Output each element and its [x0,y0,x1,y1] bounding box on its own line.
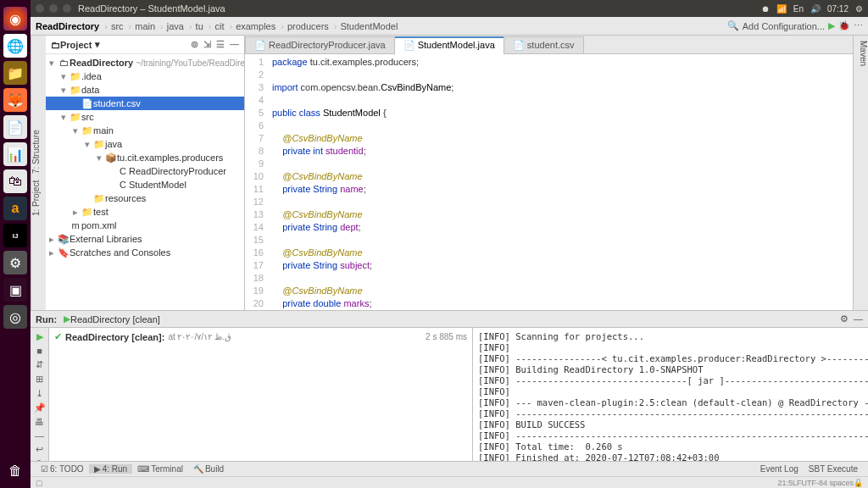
indent[interactable]: 4 spaces [823,479,854,487]
rerun-icon[interactable]: ▶ [36,331,43,342]
breadcrumb-src[interactable]: src [111,21,124,31]
window-titlebar: ReadDirectory – StudentModel.java ⏺ 📶 En… [31,0,868,17]
run-config-name[interactable]: ReadDirectory [clean] [70,314,160,324]
add-config-button[interactable]: Add Configuration... [743,21,825,31]
breadcrumb-cit[interactable]: cit [214,21,224,31]
run-timing: 2 s 885 ms [426,332,467,341]
maximize-icon[interactable] [63,4,71,13]
status-tab-Build[interactable]: 🔨 Build [188,464,229,474]
status-tab-Terminal[interactable]: ⌨ Terminal [132,464,188,474]
project-tree[interactable]: ▾🗀ReadDirectory ~/training/YouTube/ReadD… [46,54,244,310]
filter-icon[interactable]: ⇵ [36,359,43,370]
run-settings-icon[interactable]: ⚙ [840,313,849,324]
navigation-bar: ReadDirectory›src›main›java›tu›cit›examp… [31,17,868,36]
lock-icon[interactable]: 🔓 [854,479,863,487]
calc-icon[interactable]: 📊 [3,142,27,166]
breadcrumb-producers[interactable]: producers [287,21,329,31]
tree-node-src[interactable]: ▾📁src [46,110,244,124]
project-root[interactable]: ▾🗀ReadDirectory ~/training/YouTube/ReadD… [46,56,244,69]
clock[interactable]: 07:12 [827,4,849,14]
tab-student-csv[interactable]: 📄 student.csv [504,36,584,53]
run-results-tree[interactable]: ✔ ReadDirectory [clean]: at ۲۰۲۰/۷/۱۲ ق.… [49,328,473,461]
tab-StudentModel-java[interactable]: 📄 StudentModel.java [394,36,504,53]
amazon-icon[interactable]: a [3,197,27,220]
tree-node--idea[interactable]: ▾📁.idea [46,69,244,83]
tree-extra-External-Libraries[interactable]: ▸📚External Libraries [46,232,244,246]
hide-run-icon[interactable]: — [854,313,863,324]
files-icon[interactable]: 📁 [3,61,27,85]
language-indicator[interactable]: En [793,4,804,14]
scrollto-icon[interactable]: ⤓ [36,388,43,399]
status-tab-4-Run[interactable]: ▶ 4: Run [89,464,132,474]
run-icon[interactable]: ▶ [828,20,835,31]
debug-icon[interactable]: 🐞 [838,20,850,31]
tab-ReadDirectoryProducer-java[interactable]: 📄 ReadDirectoryProducer.java [245,36,395,53]
software-icon[interactable]: 🛍 [3,169,27,193]
gear-icon[interactable]: ⚙ [855,4,863,14]
tree-node-tu-cit-examples-producers[interactable]: ▾📦tu.cit.examples.producers [46,151,244,164]
print-icon[interactable]: 🖶 [35,417,44,427]
sbt-execute-button[interactable]: SBT Execute [804,464,863,474]
encoding[interactable]: UTF-8 [801,479,823,487]
left-tool-strip[interactable]: 1: Project 7: Structure [31,36,46,310]
writer-icon[interactable]: 📄 [3,115,27,139]
breadcrumb-ReadDirectory[interactable]: ReadDirectory [36,21,99,31]
settings-icon[interactable]: ⚙ [3,251,27,274]
tree-node-resources[interactable]: 📁resources [46,191,244,205]
line-separator[interactable]: LF [793,479,802,487]
tool-maven[interactable]: Maven [854,41,868,66]
editor-tabs: 📄 ReadDirectoryProducer.java📄 StudentMod… [245,36,853,54]
target-icon[interactable]: ⊚ [191,39,198,50]
divider: — [35,430,44,441]
minimize-icon[interactable] [49,4,58,13]
dash-icon[interactable]: ◉ [3,7,27,30]
status-tab-6-TODO[interactable]: ☑ 6: TODO [36,464,89,474]
tree-node-java[interactable]: ▾📁java [46,137,244,151]
breadcrumb-StudentModel[interactable]: StudentModel [340,21,398,31]
tree-node-main[interactable]: ▾📁main [46,124,244,137]
settings-icon[interactable]: ☰ [216,39,225,50]
run-panel: Run: ▶ ReadDirectory [clean] ⚙ — ▶ ■ ⇵ ⊞… [31,310,868,461]
project-panel: 🗀 Project ▾ ⊚ ⇲ ☰ — ▾🗀ReadDirectory ~/tr… [46,36,245,310]
breadcrumb-tu[interactable]: tu [196,21,203,31]
breadcrumb-main[interactable]: main [135,21,155,31]
run-result-name: ReadDirectory [clean]: [65,332,164,342]
tree-extra-Scratches-and-Consoles[interactable]: ▸🔖Scratches and Consoles [46,246,244,259]
trash-icon[interactable]: 🗑 [3,459,27,483]
close-icon[interactable] [36,4,44,13]
tool-project[interactable]: 1: Project [31,180,46,216]
tool-structure[interactable]: 7: Structure [31,130,46,174]
collapse-icon[interactable]: ⇲ [203,39,211,50]
sound-icon[interactable]: 🔊 [810,4,821,14]
chrome-icon[interactable]: 🌐 [3,34,27,58]
firefox-icon[interactable]: 🦊 [3,88,27,112]
pin-icon[interactable]: 📌 [34,402,46,413]
records-icon[interactable]: ◎ [3,305,27,329]
breadcrumb-java[interactable]: java [167,21,184,31]
project-header[interactable]: 🗀 Project ▾ ⊚ ⇲ ☰ — [46,36,244,54]
run-console[interactable]: [INFO] Scanning for projects... [INFO] [… [473,328,868,461]
caret-position[interactable]: 21:5 [777,479,793,487]
terminal-icon[interactable]: ▣ [3,278,27,302]
network-icon[interactable]: 📶 [776,4,787,14]
tree-node-StudentModel[interactable]: CStudentModel [46,178,244,191]
breadcrumb-examples[interactable]: examples [236,21,275,31]
tree-node-ReadDirectoryProducer[interactable]: CReadDirectoryProducer [46,164,244,178]
lens-icon[interactable]: 🔍 [727,20,739,31]
expand-icon[interactable]: ⊞ [36,374,43,385]
record-icon[interactable]: ⏺ [761,4,770,14]
tree-node-student-csv[interactable]: 📄student.csv [46,97,244,110]
tree-node-data[interactable]: ▾📁data [46,83,244,97]
tree-node-pom-xml[interactable]: mpom.xml [46,219,244,232]
code-editor[interactable]: package tu.cit.examples.producers; impor… [269,54,853,310]
event-log-button[interactable]: Event Log [755,464,804,474]
wrap-icon[interactable]: ↩ [36,444,43,455]
bottom-square-icon[interactable]: ▢ [36,479,43,487]
intellij-icon[interactable]: IJ [3,224,27,247]
hide-icon[interactable]: — [230,39,239,50]
tree-node-test[interactable]: ▸📁test [46,205,244,219]
more-icon[interactable]: ⋯ [854,20,863,31]
project-icon: 🗀 [51,40,60,50]
stop-icon[interactable]: ■ [36,346,42,356]
right-tool-strip[interactable]: Maven [853,36,868,310]
